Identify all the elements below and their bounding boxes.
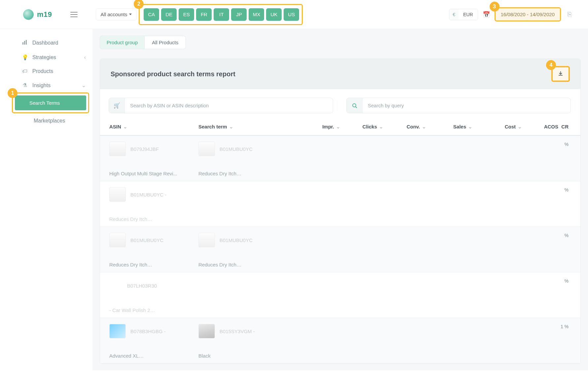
cell-cr: % bbox=[294, 187, 571, 222]
search-asin-box: 🛒 bbox=[109, 98, 333, 113]
cell-asin: B01MUBU0YC - Reduces Dry Itch… bbox=[109, 187, 198, 222]
cell-asin: B079J94JBF High Output Multi Stage Revi.… bbox=[109, 142, 198, 176]
header-right: € EUR 📅 3 16/08/2020 - 14/09/2020 ⎘ bbox=[449, 7, 571, 21]
sidebar-sub-search-terms[interactable]: Search Terms bbox=[15, 95, 86, 110]
cell-asin: B01MUBU0YC Reduces Dry Itch… bbox=[109, 233, 198, 267]
asin-desc: Reduces Dry Itch… bbox=[109, 216, 198, 222]
annotation-badge-2: 2 bbox=[134, 0, 144, 9]
cell-term: B015SY3VGM - Black bbox=[198, 324, 294, 359]
asin-desc: Advanced XL… bbox=[109, 353, 198, 359]
term-desc: Black bbox=[198, 353, 294, 359]
market-button-mx[interactable]: MX bbox=[249, 8, 264, 21]
market-button-fr[interactable]: FR bbox=[196, 8, 212, 21]
table-row: B079J94JBF High Output Multi Stage Revi.… bbox=[100, 136, 580, 181]
col-cost[interactable]: Cost⌄ bbox=[472, 124, 522, 130]
sidebar-item-strategies[interactable]: 💡 Strategies ‹ bbox=[22, 50, 92, 64]
svg-rect-3 bbox=[559, 75, 563, 76]
currency-selector[interactable]: € EUR bbox=[449, 9, 478, 20]
annotation-badge-3: 3 bbox=[490, 2, 500, 12]
market-button-ca[interactable]: CA bbox=[144, 8, 159, 21]
sidebar-item-insights[interactable]: ⚗ Insights ⌄ bbox=[22, 78, 92, 92]
svg-line-5 bbox=[356, 107, 357, 108]
search-query-input[interactable] bbox=[363, 98, 571, 113]
cell-cr: % bbox=[294, 278, 571, 313]
sidebar-sub-marketplaces[interactable]: Marketplaces bbox=[22, 113, 92, 126]
sidebar: Dashboard 💡 Strategies ‹ 🏷 Products ⚗ In… bbox=[0, 29, 92, 370]
date-range-picker[interactable]: 3 16/08/2020 - 14/09/2020 bbox=[495, 7, 561, 21]
currency-symbol: € bbox=[449, 9, 459, 20]
sidebar-item-label: Strategies bbox=[32, 54, 56, 60]
caret-down-icon bbox=[129, 14, 132, 15]
market-button-jp[interactable]: JP bbox=[231, 8, 247, 21]
cell-term: B01MUBU0YC Reduces Dry Itch… bbox=[198, 142, 294, 176]
col-search-term[interactable]: Search term⌄ bbox=[198, 124, 294, 130]
table-row: B01MUBU0YC Reduces Dry Itch… B01MUBU0YC … bbox=[100, 227, 580, 272]
term-code: B01MUBU0YC bbox=[220, 237, 253, 243]
col-clicks[interactable]: Clicks⌄ bbox=[340, 124, 383, 130]
sidebar-sub-search-terms-wrap: 1 Search Terms bbox=[12, 92, 89, 113]
cell-cr: 1 % bbox=[294, 324, 571, 359]
report-header: Sponsored product search terms report 4 bbox=[100, 59, 580, 89]
calendar-icon[interactable]: 📅 bbox=[481, 11, 491, 18]
sidebar-item-label: Insights bbox=[32, 83, 51, 88]
sidebar-item-dashboard[interactable]: Dashboard bbox=[22, 36, 92, 50]
svg-rect-2 bbox=[26, 40, 27, 45]
asin-code: B079J94JBF bbox=[130, 146, 159, 152]
asin-code: B01MUBU0YC bbox=[130, 237, 163, 243]
cell-term bbox=[198, 187, 294, 222]
sort-icon: ⌄ bbox=[422, 124, 426, 129]
annotation-badge-4: 4 bbox=[546, 60, 556, 70]
col-impr[interactable]: Impr.⌄ bbox=[294, 124, 340, 130]
cell-term: B01MUBU0YC Reduces Dry Itch… bbox=[198, 233, 294, 267]
brand-logo: m19 bbox=[23, 9, 52, 20]
main-content: Product group All Products Sponsored pro… bbox=[92, 29, 588, 370]
sort-icon: ⌄ bbox=[518, 124, 522, 129]
table-body: B079J94JBF High Output Multi Stage Revi.… bbox=[100, 136, 580, 364]
market-button-de[interactable]: DE bbox=[161, 8, 177, 21]
cell-cr: % bbox=[294, 233, 571, 267]
col-sales[interactable]: Sales⌄ bbox=[426, 124, 472, 130]
logo-icon bbox=[23, 9, 34, 20]
search-asin-input[interactable] bbox=[125, 98, 333, 113]
sidebar-item-label: Dashboard bbox=[32, 40, 58, 46]
market-button-us[interactable]: US bbox=[284, 8, 299, 21]
product-thumb bbox=[109, 278, 122, 293]
download-icon bbox=[558, 70, 563, 78]
product-thumb bbox=[109, 233, 126, 247]
search-query-box bbox=[346, 98, 571, 113]
product-group-selector[interactable]: Product group All Products bbox=[100, 36, 581, 49]
product-thumb bbox=[198, 142, 215, 156]
lightbulb-icon: 💡 bbox=[22, 54, 28, 60]
table-header: ASIN⌄ Search term⌄ Impr.⌄ Clicks⌄ Conv.⌄… bbox=[100, 117, 580, 136]
col-conv[interactable]: Conv.⌄ bbox=[383, 124, 426, 130]
market-button-it[interactable]: IT bbox=[214, 8, 229, 21]
chevron-left-icon: ‹ bbox=[84, 54, 86, 60]
product-group-label: Product group bbox=[100, 36, 144, 49]
market-button-es[interactable]: ES bbox=[179, 8, 194, 21]
sidebar-item-products[interactable]: 🏷 Products bbox=[22, 64, 92, 78]
asin-code: B07LH03R30 bbox=[127, 283, 157, 289]
cell-asin: B07LH03R30 - Car Wall Polish 2… bbox=[109, 278, 198, 313]
svg-rect-0 bbox=[22, 42, 23, 45]
report-card: Sponsored product search terms report 4 … bbox=[100, 58, 581, 364]
sort-icon: ⌄ bbox=[468, 124, 472, 129]
download-button[interactable]: 4 bbox=[551, 66, 570, 82]
term-desc: Reduces Dry Itch… bbox=[198, 171, 294, 176]
market-button-uk[interactable]: UK bbox=[266, 8, 282, 21]
col-acos: ACOS bbox=[522, 124, 558, 130]
asin-code: B01MUBU0YC - bbox=[130, 192, 166, 197]
product-thumb bbox=[198, 324, 215, 338]
term-code: B015SY3VGM - bbox=[220, 329, 255, 334]
accounts-dropdown[interactable]: All accounts bbox=[96, 8, 137, 20]
logout-icon[interactable]: ⎘ bbox=[568, 11, 571, 18]
product-thumb bbox=[198, 233, 215, 247]
currency-code: EUR bbox=[459, 9, 478, 20]
table-row: B01MUBU0YC - Reduces Dry Itch… % bbox=[100, 181, 580, 227]
svg-point-4 bbox=[353, 104, 356, 107]
term-desc: Reduces Dry Itch… bbox=[198, 262, 294, 267]
cell-cr: % bbox=[294, 142, 571, 176]
col-cr: CR bbox=[558, 124, 571, 130]
col-asin[interactable]: ASIN⌄ bbox=[109, 124, 198, 130]
menu-toggle-icon[interactable] bbox=[70, 12, 78, 17]
table-row: B07LH03R30 - Car Wall Polish 2… % bbox=[100, 272, 580, 318]
